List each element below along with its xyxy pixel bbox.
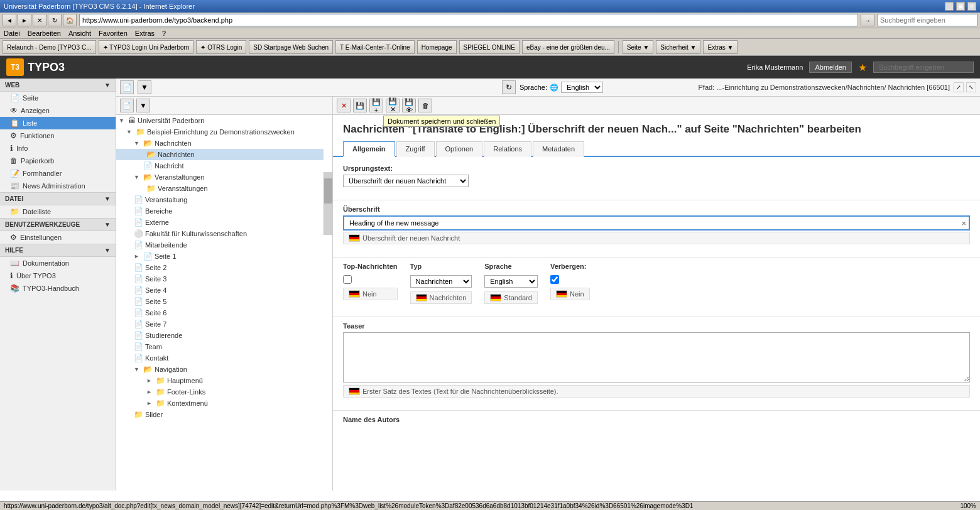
- tree-item-kontextmenu[interactable]: ► 📁 Kontextmenü: [116, 398, 324, 409]
- tree-item-veranstaltung[interactable]: 📄 Veranstaltung: [116, 194, 324, 205]
- teaser-textarea[interactable]: [343, 332, 970, 382]
- tree-toggle-seite1[interactable]: ►: [134, 253, 141, 259]
- ueberschrift-input[interactable]: [343, 215, 970, 231]
- bookmark-relaunch[interactable]: Relaunch - Demo [TYPO3 C...: [3, 40, 96, 54]
- tree-item-seite6[interactable]: 📄 Seite 6: [116, 307, 324, 318]
- sidebar-item-formhandler[interactable]: 📝 Formhandler: [0, 167, 116, 180]
- sidebar-item-funktionen[interactable]: ⚙ Funktionen: [0, 129, 116, 142]
- sidebar-item-handbuch[interactable]: 📚 TYPO3-Handbuch: [0, 282, 116, 295]
- save-btn[interactable]: 💾: [353, 99, 367, 112]
- sidebar-item-dokumentation[interactable]: 📖 Dokumentation: [0, 257, 116, 269]
- menu-bearbeiten[interactable]: Bearbeiten: [28, 30, 61, 37]
- bookmark-ebay[interactable]: eBay - eine der größten deu...: [522, 40, 614, 54]
- sidebar-item-einstellungen[interactable]: ⚙ Einstellungen: [0, 231, 116, 244]
- bookmark-typo3-login[interactable]: ✦ TYPO3 Login Uni Paderborn: [99, 40, 194, 54]
- tree-item-slider[interactable]: 📁 Slider: [116, 409, 324, 420]
- bookmark-spiegel[interactable]: SPIEGEL ONLINE: [459, 40, 520, 54]
- tab-allgemein[interactable]: Allgemein: [343, 141, 395, 157]
- tree-item-seite4[interactable]: 📄 Seite 4: [116, 285, 324, 296]
- filter-btn[interactable]: ▼: [138, 80, 151, 94]
- stop-btn[interactable]: ✕: [33, 14, 46, 26]
- toolbar-sicherheit[interactable]: Sicherheit ▼: [656, 40, 700, 54]
- toolbar-seite[interactable]: Seite ▼: [623, 40, 653, 54]
- tree-item-kontakt[interactable]: 📄 Kontakt: [116, 352, 324, 364]
- tree-filter-btn[interactable]: ▼: [136, 99, 150, 112]
- tab-metadaten[interactable]: Metadaten: [533, 141, 584, 157]
- tree-item-mitarbeitende[interactable]: 📄 Mitarbeitende: [116, 239, 324, 251]
- tree-item-externe[interactable]: 📄 Externe: [116, 217, 324, 228]
- tree-toggle-navigation[interactable]: ▼: [134, 366, 141, 372]
- browser-search[interactable]: [877, 14, 977, 26]
- sidebar-item-info[interactable]: ℹ Info: [0, 142, 116, 155]
- tab-relations[interactable]: Relations: [484, 141, 531, 157]
- sidebar-item-anzeigen[interactable]: 👁 Anzeigen: [0, 104, 116, 117]
- tree-toggle-hauptmenu[interactable]: ►: [146, 377, 154, 384]
- tree-item-hauptmenu[interactable]: ► 📁 Hauptmenü: [116, 375, 324, 386]
- expand-icon[interactable]: ⤢: [954, 82, 964, 92]
- ueberschrift-clear-btn[interactable]: ×: [961, 219, 966, 228]
- typo3-logout-btn[interactable]: Abmelden: [809, 62, 852, 73]
- sprache-select[interactable]: English: [484, 275, 538, 288]
- sidebar-item-papierkorb[interactable]: 🗑 Papierkorb: [0, 155, 116, 167]
- save-new-btn[interactable]: 💾+: [369, 99, 383, 112]
- tree-item-team[interactable]: 📄 Team: [116, 341, 324, 352]
- minimize-btn[interactable]: _: [945, 2, 954, 11]
- address-input[interactable]: [79, 14, 858, 26]
- verbergen-checkbox[interactable]: [550, 275, 559, 284]
- tree-item-nachrichten-folder[interactable]: ▼ 📂 Nachrichten: [116, 138, 324, 149]
- save-view-btn[interactable]: 💾👁: [402, 99, 416, 112]
- refresh-btn[interactable]: ↻: [48, 14, 62, 26]
- back-btn[interactable]: ◄: [3, 14, 16, 26]
- tree-toggle-beispiel[interactable]: ▼: [126, 129, 134, 135]
- tree-item-seite5[interactable]: 📄 Seite 5: [116, 296, 324, 307]
- bookmark-homepage[interactable]: Homepage: [417, 40, 457, 54]
- tree-toggle-nachrichten[interactable]: ▼: [134, 140, 141, 146]
- tree-item-seite3[interactable]: 📄 Seite 3: [116, 273, 324, 285]
- tab-zugriff[interactable]: Zugriff: [396, 141, 435, 157]
- close-record-btn[interactable]: ✕: [337, 99, 351, 112]
- typo3-header-search[interactable]: [873, 62, 974, 73]
- tree-new-btn[interactable]: 📄: [120, 99, 134, 112]
- tree-item-studierende[interactable]: 📄 Studierende: [116, 330, 324, 341]
- tree-toggle-kontextmenu[interactable]: ►: [146, 400, 154, 406]
- menu-favoriten[interactable]: Favoriten: [99, 30, 128, 37]
- save-close-btn[interactable]: 💾✕: [386, 99, 400, 112]
- sidebar-section-tools-toggle[interactable]: ▼: [104, 221, 111, 228]
- tab-optionen[interactable]: Optionen: [436, 141, 483, 157]
- ursprungstext-select[interactable]: Überschrift der neuen Nachricht: [343, 175, 469, 187]
- sidebar-item-uber-typo3[interactable]: ℹ Über TYPO3: [0, 269, 116, 282]
- menu-extras[interactable]: Extras: [135, 30, 155, 37]
- delete-record-btn[interactable]: 🗑: [418, 99, 432, 112]
- sidebar-item-seite[interactable]: 📄 Seite: [0, 92, 116, 104]
- sidebar-item-news-admin[interactable]: 📰 News Administration: [0, 180, 116, 192]
- home-btn[interactable]: 🏠: [63, 14, 77, 26]
- shrink-icon[interactable]: ⤡: [966, 82, 976, 92]
- new-record-btn[interactable]: 📄: [120, 80, 134, 94]
- tree-item-seite7[interactable]: 📄 Seite 7: [116, 318, 324, 330]
- tree-item-seite2[interactable]: 📄 Seite 2: [116, 262, 324, 273]
- menu-datei[interactable]: Datei: [4, 30, 20, 37]
- lang-select[interactable]: English: [561, 82, 603, 93]
- sidebar-item-liste[interactable]: 📋 Liste: [0, 117, 116, 129]
- forward-btn[interactable]: ►: [18, 14, 31, 26]
- typ-select[interactable]: Nachrichten: [410, 275, 472, 288]
- tree-toggle-uni[interactable]: ▼: [119, 117, 126, 124]
- bookmark-otrs[interactable]: ✦ OTRS Login: [196, 40, 246, 54]
- toolbar-extras[interactable]: Extras ▼: [703, 40, 738, 54]
- sidebar-section-datei-toggle[interactable]: ▼: [104, 195, 111, 202]
- tree-item-navigation[interactable]: ▼ 📂 Navigation: [116, 364, 324, 375]
- typo3-favorites-star[interactable]: ★: [858, 62, 867, 73]
- tree-item-footer-links[interactable]: ► 📁 Footer-Links: [116, 386, 324, 398]
- refresh-list-btn[interactable]: ↻: [502, 80, 516, 94]
- tree-item-nachrichten-selected[interactable]: 📂 Nachrichten: [116, 149, 324, 160]
- sidebar-section-web-toggle[interactable]: ▼: [104, 82, 111, 89]
- tree-item-veranstaltungen-sub[interactable]: 📁 Veranstaltungen: [116, 183, 324, 194]
- tree-item-nachricht[interactable]: 📄 Nachricht: [116, 160, 324, 171]
- tree-toggle-footer[interactable]: ►: [146, 389, 154, 395]
- tree-item-seite1[interactable]: ► 📄 Seite 1: [116, 251, 324, 262]
- top-nachrichten-checkbox[interactable]: [343, 275, 352, 284]
- sidebar-item-dateiliste[interactable]: 📁 Dateiliste: [0, 205, 116, 218]
- sidebar-section-hilfe-toggle[interactable]: ▼: [104, 247, 111, 254]
- menu-ansicht[interactable]: Ansicht: [68, 30, 91, 37]
- tree-toggle-veranstaltungen[interactable]: ▼: [134, 174, 141, 180]
